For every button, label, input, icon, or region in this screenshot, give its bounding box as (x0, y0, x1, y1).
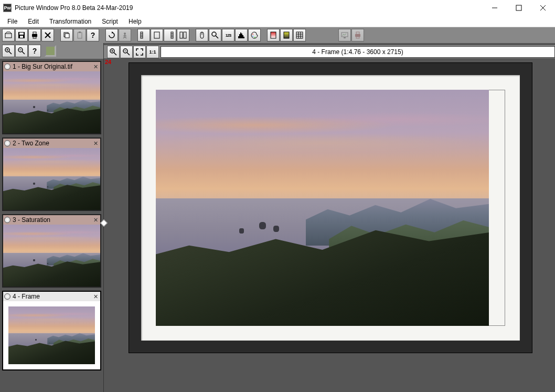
svg-point-34 (252, 36, 253, 37)
menu-transformation[interactable]: Transformation (44, 17, 97, 26)
app-icon: Pw (3, 4, 12, 12)
close-button[interactable] (531, 0, 555, 16)
delete-button[interactable] (41, 29, 54, 41)
help-button[interactable]: ? (87, 29, 99, 41)
menu-bar: File Edit Transformation Script Help (0, 16, 555, 27)
radio-icon[interactable] (4, 140, 10, 146)
thumbnail-list: 1 - Big Sur Original.tif✕2 - Two Zone✕3 … (0, 59, 103, 392)
thumbnail-header: 1 - Big Sur Original.tif✕ (3, 62, 100, 71)
svg-rect-9 (33, 32, 36, 34)
viewer-marker: 24 (105, 59, 111, 65)
thumbnail-card[interactable]: 1 - Big Sur Original.tif✕ (2, 61, 101, 134)
layout-2-button[interactable] (151, 29, 163, 41)
print-button[interactable] (28, 29, 41, 41)
thumbnail-card[interactable]: 4 - Frame✕ (2, 291, 101, 370)
grid-button[interactable] (293, 29, 306, 41)
svg-rect-37 (284, 32, 289, 38)
radio-icon[interactable] (4, 217, 10, 223)
eyedropper-button[interactable] (209, 29, 221, 41)
open-button[interactable] (2, 29, 15, 41)
main-image (156, 90, 489, 326)
sidebar-toolbar: ? (0, 43, 103, 59)
gradient-1-button[interactable] (267, 29, 280, 41)
thumbnail-image (3, 148, 100, 210)
zoom-in-button[interactable] (2, 45, 15, 57)
frame-inner (156, 90, 505, 326)
viewer-zoom-out-button[interactable] (120, 46, 133, 58)
thumbnail-image (3, 71, 100, 133)
mouse-tool-button[interactable] (196, 29, 208, 41)
canvas-area[interactable] (104, 58, 555, 392)
refresh-button[interactable] (105, 29, 118, 41)
maximize-button[interactable] (507, 0, 531, 16)
readout-button[interactable]: 123 (222, 29, 234, 41)
actual-size-button[interactable]: 1:1 (146, 46, 159, 58)
histogram-button[interactable] (235, 29, 248, 41)
run-button[interactable] (119, 29, 131, 41)
svg-line-60 (127, 52, 130, 55)
copy-button[interactable] (60, 29, 73, 41)
color-swatch[interactable] (45, 45, 56, 57)
svg-rect-45 (355, 34, 360, 37)
thumbnail-close-button[interactable]: ✕ (92, 293, 99, 300)
palette-button[interactable] (248, 29, 261, 41)
thumbnail-title: 4 - Frame (13, 293, 92, 300)
radio-icon[interactable] (4, 293, 10, 300)
viewer: 1:1 4 - Frame (1:4.76 - 3600 x 2715) 24 (104, 43, 555, 392)
frame-mat (141, 75, 520, 341)
svg-point-35 (254, 37, 255, 38)
print-preview-button[interactable] (351, 29, 364, 41)
thumbnail-title: 1 - Big Sur Original.tif (13, 63, 92, 70)
gradient-2-button[interactable] (280, 29, 293, 41)
save-button[interactable] (15, 29, 28, 41)
svg-rect-22 (154, 32, 159, 38)
svg-line-49 (9, 51, 12, 54)
svg-rect-28 (184, 32, 186, 38)
svg-rect-36 (271, 32, 276, 38)
content-area: ? 1 - Big Sur Original.tif✕2 - Two Zone✕… (0, 43, 555, 392)
minimize-button[interactable] (483, 0, 507, 16)
title-bar: Pw Picture Window Pro 8.0 Beta 24-Mar-20… (0, 0, 555, 16)
layout-1-button[interactable] (137, 29, 150, 41)
thumbnail-card[interactable]: 3 - Saturation✕ (2, 214, 101, 288)
svg-point-33 (252, 34, 253, 35)
radio-icon[interactable] (4, 63, 10, 70)
svg-line-56 (114, 52, 116, 55)
main-toolbar: ? 123 (0, 27, 555, 43)
svg-rect-16 (79, 31, 81, 33)
zoom-out-button[interactable] (15, 45, 28, 57)
thumbnail-image (3, 225, 100, 287)
thumbnail-card[interactable]: 2 - Two Zone✕ (2, 137, 101, 211)
layout-4-button[interactable] (177, 29, 189, 41)
svg-rect-47 (356, 37, 359, 38)
thumbnail-image (3, 301, 100, 369)
viewer-toolbar: 1:1 4 - Frame (1:4.76 - 3600 x 2715) (104, 45, 555, 58)
viewer-zoom-in-button[interactable] (107, 46, 120, 58)
menu-edit[interactable]: Edit (23, 17, 44, 26)
thumbnail-header: 4 - Frame✕ (3, 292, 100, 301)
svg-rect-43 (341, 33, 348, 37)
thumbnail-close-button[interactable]: ✕ (92, 63, 99, 70)
paste-button[interactable] (73, 29, 86, 41)
menu-file[interactable]: File (2, 17, 23, 26)
sidebar-help-button[interactable]: ? (28, 45, 41, 57)
menu-script[interactable]: Script (97, 17, 123, 26)
svg-rect-14 (65, 34, 69, 38)
sidebar: ? 1 - Big Sur Original.tif✕2 - Two Zone✕… (0, 43, 104, 392)
svg-rect-4 (5, 34, 12, 38)
thumbnail-title: 2 - Two Zone (13, 140, 92, 147)
frame-outer (129, 62, 532, 353)
thumbnail-close-button[interactable]: ✕ (92, 216, 99, 224)
svg-rect-8 (32, 34, 37, 37)
monitor-button[interactable] (338, 29, 351, 41)
svg-rect-6 (19, 33, 24, 35)
svg-rect-10 (33, 37, 36, 38)
thumbnail-title: 3 - Saturation (13, 216, 92, 224)
fit-button[interactable] (133, 46, 146, 58)
svg-point-31 (212, 32, 216, 36)
window-title: Picture Window Pro 8.0 Beta 24-Mar-2019 (15, 4, 483, 12)
menu-help[interactable]: Help (123, 17, 147, 26)
layout-3-button[interactable] (164, 29, 176, 41)
svg-rect-15 (78, 33, 82, 38)
thumbnail-close-button[interactable]: ✕ (92, 140, 99, 147)
